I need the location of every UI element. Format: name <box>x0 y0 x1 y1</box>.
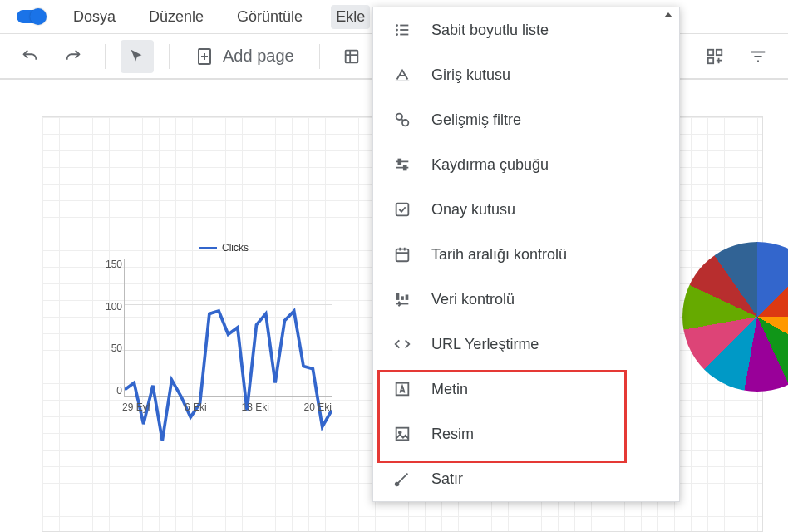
menu-item-label: Metin <box>431 381 468 398</box>
filter-button[interactable] <box>741 40 775 73</box>
menu-item-label: Veri kontrolü <box>431 291 515 308</box>
checkbox-icon <box>393 200 411 219</box>
insert-menu-item-list[interactable]: Sabit boyutlu liste <box>373 7 679 52</box>
input-icon <box>393 66 411 84</box>
svg-rect-9 <box>400 29 408 31</box>
x-axis: 29 Eyl 6 Eki 13 Eki 20 Eki <box>122 401 332 413</box>
insert-menu-dropdown: Sabit boyutlu listeGiriş kutusuGelişmiş … <box>372 7 680 502</box>
menu-item-label: Tarih aralığı kontrolü <box>431 246 567 264</box>
svg-rect-1 <box>345 50 357 62</box>
toolbar-divider <box>319 44 320 69</box>
svg-rect-3 <box>717 49 722 54</box>
svg-point-22 <box>399 431 401 434</box>
svg-rect-16 <box>396 249 409 262</box>
menu-item-label: Onay kutusu <box>431 201 515 219</box>
date-icon <box>393 245 411 264</box>
svg-point-7 <box>396 33 398 36</box>
y-axis: 150 100 50 0 <box>99 259 122 397</box>
insert-menu-item-image[interactable]: Resim <box>373 411 679 456</box>
pie-chart[interactable]: 7% 6.7% <box>682 242 788 392</box>
image-icon <box>393 425 411 443</box>
menu-item-label: Gelişmiş filtre <box>431 111 521 129</box>
menu-goruntule[interactable]: Görüntüle <box>232 5 308 29</box>
insert-menu-item-line[interactable]: Satır <box>373 456 679 501</box>
svg-rect-10 <box>400 34 408 36</box>
insert-menu-item-slider[interactable]: Kaydırma çubuğu <box>373 142 679 187</box>
svg-rect-17 <box>396 293 400 300</box>
svg-rect-2 <box>708 49 713 54</box>
app-toggle[interactable] <box>17 10 45 23</box>
insert-menu-item-datacontrol[interactable]: Veri kontrolü <box>373 277 679 322</box>
menu-dosya[interactable]: Dosya <box>68 5 121 29</box>
menu-item-label: Giriş kutusu <box>431 66 510 84</box>
add-page-button[interactable]: Add page <box>185 40 304 73</box>
redo-button[interactable] <box>57 40 90 73</box>
svg-rect-21 <box>396 428 409 441</box>
menu-item-label: Resim <box>431 426 474 443</box>
line-chart[interactable]: Clicks 150 100 50 0 29 Eyl 6 Eki 13 Eki … <box>99 242 332 425</box>
insert-menu-item-text[interactable]: Metin <box>373 367 679 411</box>
menu-ekle[interactable]: Ekle <box>331 5 370 29</box>
chart-legend: Clicks <box>199 242 249 254</box>
insert-menu-item-embed[interactable]: URL Yerleştirme <box>373 322 679 367</box>
insert-menu-item-checkbox[interactable]: Onay kutusu <box>373 187 679 232</box>
legend-line-icon <box>199 247 217 249</box>
insert-menu-item-filter[interactable]: Gelişmiş filtre <box>373 97 679 142</box>
menu-item-label: Kaydırma çubuğu <box>431 156 549 174</box>
datacontrol-icon <box>393 290 411 308</box>
svg-rect-19 <box>406 295 409 300</box>
components-button[interactable] <box>698 40 731 73</box>
svg-point-11 <box>396 114 402 120</box>
line-series <box>125 259 332 466</box>
svg-rect-13 <box>398 160 401 165</box>
svg-point-5 <box>396 24 398 27</box>
menu-item-label: URL Yerleştirme <box>431 336 539 353</box>
data-source-button[interactable] <box>335 40 368 73</box>
svg-rect-8 <box>400 25 408 27</box>
svg-point-23 <box>396 483 399 486</box>
filter-icon <box>393 111 411 129</box>
scroll-up-arrow-icon[interactable] <box>664 12 672 17</box>
insert-menu-item-date[interactable]: Tarih aralığı kontrolü <box>373 232 679 277</box>
slider-icon <box>393 155 411 174</box>
insert-menu-item-input[interactable]: Giriş kutusu <box>373 52 679 97</box>
embed-icon <box>393 335 411 353</box>
svg-rect-4 <box>708 57 713 62</box>
plot-area <box>124 259 332 397</box>
line-icon <box>393 470 411 488</box>
svg-rect-18 <box>401 296 404 300</box>
svg-rect-15 <box>396 204 409 216</box>
text-icon <box>393 380 411 398</box>
undo-button[interactable] <box>13 40 47 73</box>
svg-rect-14 <box>404 165 406 170</box>
menu-duzenle[interactable]: Düzenle <box>144 5 209 29</box>
menu-item-label: Sabit boyutlu liste <box>431 22 549 39</box>
menu-item-label: Satır <box>431 470 463 488</box>
selection-tool-button[interactable] <box>121 40 154 73</box>
add-page-label: Add page <box>223 47 294 66</box>
svg-point-6 <box>396 29 398 32</box>
toolbar-divider <box>169 44 170 69</box>
legend-label: Clicks <box>222 242 249 254</box>
list-icon <box>393 21 411 39</box>
toolbar-divider <box>105 44 106 69</box>
